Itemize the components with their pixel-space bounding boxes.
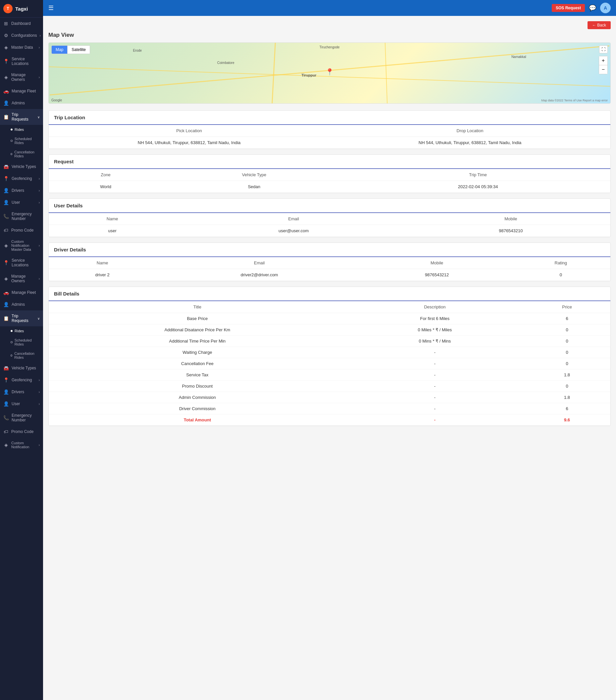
sidebar-sub-scheduled-2[interactable]: Scheduled Rides xyxy=(0,336,43,349)
sidebar-item-emergency-2[interactable]: 📞 Emergency Number xyxy=(0,410,43,426)
sidebar-item-label: Service Locations xyxy=(12,57,40,66)
sidebar-item-trip-requests-2[interactable]: 📋 Trip Requests ∨ xyxy=(0,310,43,326)
map-city-label-1: Tiruchengode xyxy=(319,46,340,49)
back-button[interactable]: ← Back xyxy=(588,21,611,29)
driver-mobile-value: 9876543212 xyxy=(363,269,511,281)
request-table: Zone Vehicle Type Trip Time World Sedan … xyxy=(49,169,611,193)
sidebar-sub-rides[interactable]: Rides xyxy=(0,125,43,134)
sidebar-item-manage-fleet-2[interactable]: 🚗 Manage Fleet xyxy=(0,287,43,299)
trip-requests-icon-2: 📋 xyxy=(3,316,9,321)
chevron-icon: › xyxy=(39,76,40,79)
map-fullscreen-btn[interactable]: ⛶ xyxy=(599,46,608,53)
sidebar-item-promo-code[interactable]: 🏷 Promo Code xyxy=(0,224,43,236)
sidebar-sub-rides-2[interactable]: Rides xyxy=(0,326,43,336)
sidebar-item-configurations[interactable]: ⚙ Configurations › xyxy=(0,29,43,41)
drop-location-col: Drop Location xyxy=(329,125,611,137)
zone-value: World xyxy=(49,181,163,193)
hamburger-menu[interactable]: ☰ xyxy=(48,4,54,12)
sub-item-label: Scheduled Rides xyxy=(15,137,40,145)
dot-icon xyxy=(11,330,13,332)
chevron-icon: › xyxy=(39,390,40,394)
sidebar-item-trip-requests[interactable]: 📋 Trip Requests ∨ xyxy=(0,109,43,125)
dashboard-icon: ⊞ xyxy=(3,21,9,26)
driver-rating-col: Rating xyxy=(511,257,611,269)
bill-price-cell: 6 xyxy=(524,313,611,324)
sidebar-item-emergency-number[interactable]: 📞 Emergency Number xyxy=(0,208,43,224)
bill-price-cell: 1.8 xyxy=(524,370,611,380)
sidebar-item-label: Geofencing xyxy=(12,176,36,181)
sidebar-item-service-locations-2[interactable]: 📍 Service Locations xyxy=(0,255,43,271)
chevron-icon: › xyxy=(39,46,40,49)
admins-icon-2: 👤 xyxy=(3,302,9,307)
zoom-in-button[interactable]: + xyxy=(599,56,607,65)
sidebar-item-custom-notification[interactable]: ◈ Custom Notification Master Data › xyxy=(0,236,43,255)
topbar: ☰ SOS Request 💬 A xyxy=(43,0,616,16)
bill-price-cell: 0 xyxy=(524,358,611,370)
map-city-label-3: Tiruppur xyxy=(301,73,316,77)
bill-table-row: Additional Disatance Price Per Km0 Miles… xyxy=(49,324,611,336)
map-btn[interactable]: Map xyxy=(52,46,67,54)
sidebar-item-admins[interactable]: 👤 Admins xyxy=(0,97,43,109)
fleet-icon: 🚗 xyxy=(3,88,9,94)
admins-icon: 👤 xyxy=(3,100,9,106)
sidebar-item-custom-notif-2[interactable]: ◈ Custom Notification › xyxy=(0,438,43,452)
satellite-btn[interactable]: Satellite xyxy=(67,46,90,54)
sidebar-item-manage-owners-2[interactable]: ◈ Manage Owners › xyxy=(0,271,43,287)
chevron-icon: ∨ xyxy=(37,317,40,320)
trip-location-title: Trip Location xyxy=(54,115,85,120)
sidebar-item-user[interactable]: 👤 User › xyxy=(0,197,43,208)
sidebar-sub-scheduled-rides[interactable]: Scheduled Rides xyxy=(0,134,43,147)
user-name-value: user xyxy=(49,225,176,237)
topbar-right: SOS Request 💬 A xyxy=(552,3,611,13)
sidebar-item-manage-fleet[interactable]: 🚗 Manage Fleet xyxy=(0,85,43,97)
mobile-col: Mobile xyxy=(411,213,611,225)
sidebar-item-label: Drivers xyxy=(12,390,36,394)
sidebar-item-geofencing[interactable]: 📍 Geofencing › xyxy=(0,173,43,185)
zoom-out-button[interactable]: − xyxy=(599,65,607,74)
sidebar-item-service-locations[interactable]: 📍 Service Locations xyxy=(0,53,43,69)
bill-price-cell: 0 xyxy=(524,336,611,347)
sidebar-item-user-2[interactable]: 👤 User › xyxy=(0,398,43,410)
bill-table-row: Cancellation Fee-0 xyxy=(49,358,611,370)
sidebar-item-label: Promo Code xyxy=(11,429,40,434)
sidebar-item-drivers-2[interactable]: 👤 Drivers › xyxy=(0,386,43,398)
sidebar-item-dashboard[interactable]: ⊞ Dashboard xyxy=(0,17,43,29)
sidebar-item-label: Emergency Number xyxy=(12,413,40,422)
bill-title-cell: Driver Commission xyxy=(49,403,346,414)
email-col: Email xyxy=(176,213,411,225)
bill-title-cell: Total Amount xyxy=(49,414,346,426)
request-header: Request xyxy=(49,155,611,169)
sidebar-item-master-data[interactable]: ◈ Master Data › xyxy=(0,41,43,53)
bill-desc-cell: For first 6 Miles xyxy=(346,313,524,324)
sidebar-item-vehicle-types-2[interactable]: 🚘 Vehicle Types xyxy=(0,362,43,374)
owners-icon: ◈ xyxy=(3,75,9,80)
sos-button[interactable]: SOS Request xyxy=(552,4,585,12)
sidebar-item-label: Trip Requests xyxy=(12,314,35,323)
sidebar-item-vehicle-types[interactable]: 🚘 Vehicle Types xyxy=(0,161,43,173)
bill-price-cell: 0 xyxy=(524,347,611,358)
sidebar-item-admins-2[interactable]: 👤 Admins xyxy=(0,299,43,310)
bill-desc-cell: - xyxy=(346,414,524,426)
logo-icon: T xyxy=(3,4,13,13)
logo-text: Tagxi xyxy=(15,6,28,12)
chat-icon[interactable]: 💬 xyxy=(589,4,596,12)
main-content: ← Back Map View Tiruchengode Coimbatore … xyxy=(43,16,616,700)
bill-title-cell: Promo Discount xyxy=(49,380,346,392)
config-icon: ⚙ xyxy=(3,33,9,38)
sidebar-sub-cancellation-2[interactable]: Cancellation Rides xyxy=(0,349,43,362)
sidebar-item-drivers[interactable]: 👤 Drivers › xyxy=(0,185,43,197)
google-label: Google xyxy=(51,98,62,102)
sidebar-item-label: Drivers xyxy=(12,188,36,193)
bill-title-cell: Cancellation Fee xyxy=(49,358,346,370)
notif-icon-2: ◈ xyxy=(3,442,9,448)
sidebar-item-manage-owners[interactable]: ◈ Manage Owners › xyxy=(0,69,43,85)
sidebar-item-geofencing-2[interactable]: 📍 Geofencing › xyxy=(0,374,43,386)
sidebar-sub-cancellation-rides[interactable]: Cancellation Rides xyxy=(0,147,43,161)
avatar[interactable]: A xyxy=(600,3,611,13)
dot-icon xyxy=(11,140,13,142)
sidebar-item-promo-2[interactable]: 🏷 Promo Code xyxy=(0,426,43,438)
bill-price-cell: 6 xyxy=(524,403,611,414)
sub-item-label: Cancellation Rides xyxy=(14,351,40,360)
sidebar-logo: T Tagxi xyxy=(0,0,43,17)
driver-email-col: Email xyxy=(156,257,363,269)
